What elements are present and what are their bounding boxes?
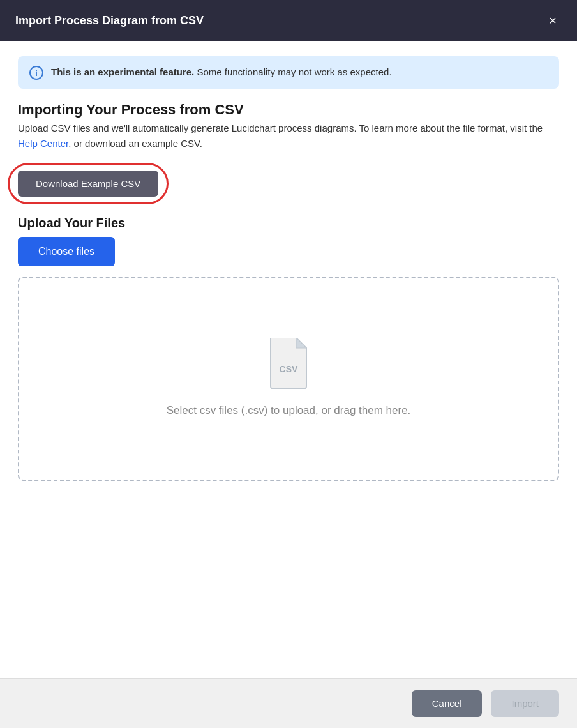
drop-zone[interactable]: CSV Select csv files (.csv) to upload, o… [18,277,559,481]
svg-text:CSV: CSV [280,364,298,374]
experimental-banner: i This is an experimental feature. Some … [18,56,559,89]
description-part2: , or download an example CSV. [68,138,202,149]
drop-zone-text: Select csv files (.csv) to upload, or dr… [167,402,411,419]
modal-header: Import Process Diagram from CSV × [0,0,577,41]
description-part1: Upload CSV files and we'll automatically… [18,123,543,133]
modal-title: Import Process Diagram from CSV [15,14,204,27]
modal-footer: Cancel Import [0,678,577,728]
import-section-heading: Importing Your Process from CSV [18,102,559,118]
import-button[interactable]: Import [491,690,559,717]
experimental-text: This is an experimental feature. Some fu… [51,65,392,80]
info-icon: i [29,66,43,80]
download-btn-wrapper: Download Example CSV [18,171,158,197]
download-example-csv-button[interactable]: Download Example CSV [18,171,158,197]
help-center-link[interactable]: Help Center [18,138,68,149]
close-button[interactable]: × [544,11,562,29]
cancel-button[interactable]: Cancel [412,690,483,717]
upload-section-heading: Upload Your Files [18,216,559,231]
import-description-section: Importing Your Process from CSV Upload C… [18,102,559,151]
modal-body: i This is an experimental feature. Some … [0,41,577,678]
csv-file-icon: CSV [268,338,309,389]
experimental-body: Some functionality may not work as expec… [194,66,391,77]
modal-container: Import Process Diagram from CSV × i This… [0,0,577,728]
experimental-bold: This is an experimental feature. [51,66,194,77]
download-btn-section: Download Example CSV [18,164,559,203]
upload-section: Upload Your Files Choose files CSV Selec… [18,216,559,481]
choose-files-button[interactable]: Choose files [18,237,115,266]
import-description: Upload CSV files and we'll automatically… [18,121,559,151]
